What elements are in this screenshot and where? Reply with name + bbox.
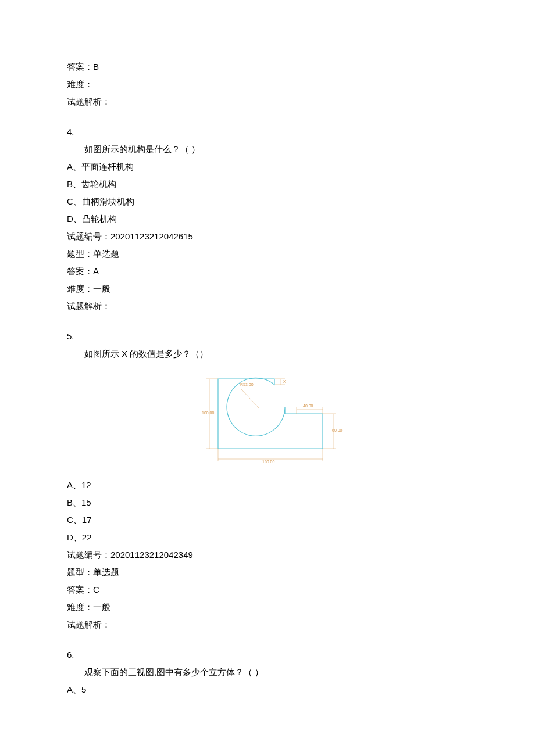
q3-analysis-label: 试题解析： [67, 96, 110, 106]
dim-left-label: 100.00 [202, 409, 214, 417]
q5-id-label: 试题编号： [67, 550, 110, 560]
dim-right-label: 60.00 [332, 427, 343, 435]
q5-answer-label: 答案： [67, 585, 93, 594]
q3-difficulty-line: 难度： [67, 76, 468, 93]
q3-analysis-line: 试题解析： [67, 93, 468, 110]
q5-analysis-line: 试题解析： [67, 616, 468, 633]
q4-analysis-line: 试题解析： [67, 298, 468, 315]
q5-type-value: 单选题 [93, 567, 119, 577]
dim-radius-label: R53.00 [240, 381, 254, 389]
q5-option-c: C、17 [67, 511, 468, 529]
q5-prompt: 如图所示 X 的数值是多少？（） [67, 345, 468, 363]
q4-answer-label: 答案： [67, 266, 93, 276]
q4-answer-line: 答案：A [67, 263, 468, 280]
q4-difficulty-line: 难度：一般 [67, 280, 468, 298]
q3-answer-line: 答案：B [67, 58, 468, 76]
q4-id-value: 20201123212042615 [110, 231, 193, 241]
q3-difficulty-label: 难度： [67, 79, 93, 89]
dim-bottom-label: 160.00 [262, 458, 274, 466]
radius-leader [241, 389, 259, 408]
q6-prompt: 观察下面的三视图,图中有多少个立方体？（ ） [67, 664, 468, 681]
q5-figure-container: R53.00 100.00 160.00 60.00 40.00 X [67, 367, 468, 472]
q4-difficulty-label: 难度： [67, 284, 93, 293]
q4-id-label: 试题编号： [67, 231, 110, 241]
q6-option-a: A、5 [67, 681, 468, 698]
q4-type-value: 单选题 [93, 249, 119, 259]
q5-difficulty-value: 一般 [93, 602, 110, 612]
dim-tr-label: 40.00 [303, 402, 313, 410]
q4-option-c: C、曲柄滑块机构 [67, 193, 468, 210]
q4-answer-value: A [93, 266, 99, 276]
q5-type-line: 题型：单选题 [67, 564, 468, 581]
q6-number: 6. [67, 646, 468, 664]
q5-figure: R53.00 100.00 160.00 60.00 40.00 X [189, 367, 346, 466]
q4-id-line: 试题编号：20201123212042615 [67, 228, 468, 245]
q3-answer-label: 答案： [67, 62, 93, 71]
q3-answer-value: B [93, 62, 99, 71]
q4-number: 4. [67, 123, 468, 141]
q4-option-d: D、凸轮机构 [67, 210, 468, 228]
q4-option-a: A、平面连杆机构 [67, 158, 468, 175]
q4-prompt: 如图所示的机构是什么？（ ） [67, 141, 468, 158]
q5-id-line: 试题编号：20201123212042349 [67, 546, 468, 564]
q4-type-label: 题型： [67, 249, 93, 259]
q5-answer-line: 答案：C [67, 581, 468, 599]
q5-analysis-label: 试题解析： [67, 619, 110, 629]
q4-difficulty-value: 一般 [93, 284, 110, 293]
q5-id-value: 20201123212042349 [110, 550, 193, 560]
q5-option-d: D、22 [67, 529, 468, 546]
shape-outline [218, 378, 323, 449]
q5-answer-value: C [93, 585, 99, 594]
q4-option-b: B、齿轮机构 [67, 175, 468, 193]
q5-difficulty-label: 难度： [67, 602, 93, 612]
q4-type-line: 题型：单选题 [67, 245, 468, 263]
q5-option-b: B、15 [67, 494, 468, 511]
q4-analysis-label: 试题解析： [67, 301, 110, 311]
q5-type-label: 题型： [67, 567, 93, 577]
q5-number: 5. [67, 328, 468, 345]
dim-x-label: X [283, 378, 286, 386]
q5-option-a: A、12 [67, 476, 468, 494]
q5-difficulty-line: 难度：一般 [67, 599, 468, 616]
